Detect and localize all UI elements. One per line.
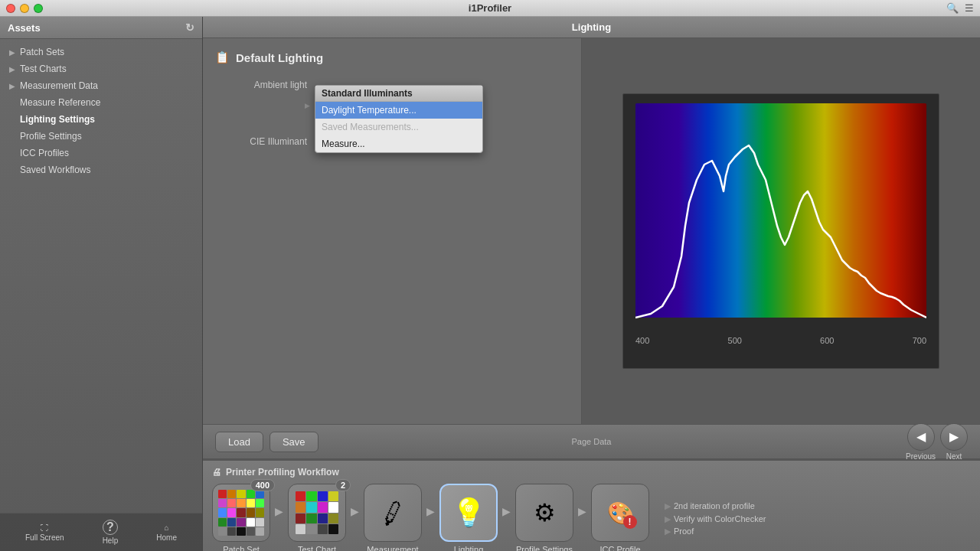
patch-grid — [218, 490, 264, 536]
x-label-600: 600 — [820, 336, 834, 345]
workflow-step-profile-settings[interactable]: ⚙ Profile Settings — [515, 484, 573, 551]
load-button[interactable]: Load — [215, 432, 263, 452]
spectrum-svg — [635, 103, 926, 333]
spectrum-chart: 400 500 600 700 — [635, 103, 926, 345]
sidebar-item-label: Measurement Data — [20, 80, 98, 91]
sidebar-item-lighting-settings[interactable]: ▶ Lighting Settings — [0, 111, 202, 128]
workflow-step-lighting[interactable]: 💡 Lighting — [439, 484, 498, 551]
workflow-step-measurement[interactable]: 🖊 Measurement — [364, 484, 422, 551]
workflow-step-patch-set[interactable]: 400 — [212, 484, 270, 551]
nav-arrows: ◀ Previous ▶ Next — [906, 423, 968, 461]
sidebar-nav: ▶ Patch Sets ▶ Test Charts ▶ Measurement… — [0, 39, 202, 513]
workflow-note-3: ▶ Proof — [665, 525, 766, 538]
next-wrap: ▶ Next — [940, 423, 968, 461]
sidebar-header: Assets ↻ — [0, 17, 202, 39]
workflow-arrow-4: ▶ — [502, 505, 511, 533]
window-controls — [0, 4, 43, 13]
help-icon: ? — [103, 520, 118, 535]
test-chart-icon-wrap — [288, 484, 346, 542]
sidebar-item-label: ICC Profiles — [20, 148, 69, 158]
workflow-note-2: ▶ Verify with ColorChecker — [665, 513, 766, 526]
dropdown-item-measure[interactable]: Measure... — [315, 135, 482, 152]
right-panel: 400 500 600 700 — [582, 38, 980, 424]
workflow-notes: ▶ 2nd iteration of profile ▶ Verify with… — [665, 500, 766, 538]
content-header: Lighting — [203, 17, 980, 38]
workflow-note-1: ▶ 2nd iteration of profile — [665, 500, 766, 513]
minimize-button[interactable] — [20, 4, 29, 13]
sidebar-bottom-help[interactable]: ? Help — [103, 520, 119, 545]
sidebar-title: Assets — [8, 22, 41, 34]
close-button[interactable] — [6, 4, 15, 13]
content-area: Lighting 📋 Default Lighting Ambient ligh… — [203, 17, 980, 551]
panel-title-text: Default Lighting — [236, 51, 323, 64]
test-chart-badge: 2 — [335, 479, 351, 491]
svg-rect-1 — [635, 103, 926, 318]
sidebar-bottom-home[interactable]: ⌂ Home — [156, 523, 177, 542]
x-label-400: 400 — [635, 336, 649, 345]
save-button[interactable]: Save — [270, 432, 318, 452]
dropdown-chevron-icon: ▶ — [305, 102, 310, 109]
content-title: Lighting — [572, 21, 611, 33]
sidebar-bottom: ⛶ Full Screen ? Help ⌂ Home — [0, 513, 202, 551]
previous-wrap: ◀ Previous — [906, 423, 936, 461]
sidebar-item-patch-sets[interactable]: ▶ Patch Sets — [0, 44, 202, 60]
sidebar-item-test-charts[interactable]: ▶ Test Charts — [0, 60, 202, 77]
refresh-icon[interactable]: ↻ — [185, 21, 194, 34]
main-content: 📋 Default Lighting Ambient light Standar… — [203, 38, 980, 424]
note-arrow-icon: ▶ — [665, 500, 671, 513]
cie-illuminant-label: CIE Illuminant — [215, 136, 307, 147]
workflow-note-text-1: 2nd iteration of profile — [674, 500, 755, 513]
dropdown-item-daylight[interactable]: Daylight Temperature... — [315, 102, 482, 119]
workflow-items: 400 — [212, 484, 971, 551]
window-title: i1Profiler — [469, 2, 511, 14]
dropdown-open[interactable]: Standard Illuminants Daylight Temperatur… — [315, 85, 483, 153]
sidebar-bottom-fullscreen[interactable]: ⛶ Full Screen — [25, 523, 64, 542]
spectrum-x-labels: 400 500 600 700 — [635, 336, 926, 345]
workflow-title: Printer Profiling Workflow — [226, 467, 339, 478]
workflow-header: 🖨 Printer Profiling Workflow — [212, 467, 971, 478]
workflow-strip: 🖨 Printer Profiling Workflow 400 — [203, 459, 980, 551]
arrow-icon: ▶ — [9, 65, 15, 73]
workflow-note-text-2: Verify with ColorChecker — [674, 513, 766, 526]
titlebar-actions: 🔍 ☰ — [946, 2, 980, 14]
fullscreen-icon: ⛶ — [41, 523, 48, 532]
maximize-button[interactable] — [34, 4, 43, 13]
patch-set-label: Patch Set — [223, 545, 260, 551]
measurement-device-icon: 🖊 — [377, 495, 410, 530]
test-chart-label: Test Chart — [298, 545, 336, 551]
note-arrow-icon-2: ▶ — [665, 513, 671, 526]
sidebar-item-label: Patch Sets — [20, 47, 64, 57]
arrow-icon: ▶ — [9, 82, 15, 90]
previous-button[interactable]: ◀ — [907, 423, 935, 451]
workflow-icon: 🖨 — [212, 467, 221, 478]
sidebar-item-label: Measure Reference — [20, 97, 100, 108]
lighting-icon-wrap: 💡 — [439, 484, 498, 542]
workflow-arrow-2: ▶ — [351, 505, 359, 533]
icc-profile-icon-wrap: 🎨 ! — [591, 484, 649, 542]
sidebar: Assets ↻ ▶ Patch Sets ▶ Test Charts ▶ Me… — [0, 17, 203, 551]
dropdown-header: Standard Illuminants — [315, 86, 482, 102]
home-icon: ⌂ — [165, 523, 169, 532]
profile-settings-icon-wrap: ⚙ — [515, 484, 573, 542]
workflow-step-test-chart[interactable]: 2 — [288, 484, 346, 551]
sidebar-item-icc-profiles[interactable]: ▶ ICC Profiles — [0, 145, 202, 161]
icc-error-badge: ! — [623, 515, 637, 529]
menu-icon[interactable]: ☰ — [965, 2, 974, 14]
dropdown-item-saved[interactable]: Saved Measurements... — [315, 119, 482, 135]
measurement-label: Measurement — [367, 545, 418, 551]
left-panel: 📋 Default Lighting Ambient light Standar… — [203, 38, 582, 424]
patch-set-icon-wrap — [212, 484, 270, 542]
workflow-step-icc-profile[interactable]: 🎨 ! ICC Profile — [591, 484, 649, 551]
workflow-arrow-5: ▶ — [578, 505, 586, 533]
x-label-700: 700 — [913, 336, 926, 345]
sidebar-item-measurement-data[interactable]: ▶ Measurement Data — [0, 77, 202, 94]
search-icon[interactable]: 🔍 — [946, 2, 959, 14]
sidebar-item-profile-settings[interactable]: ▶ Profile Settings — [0, 128, 202, 145]
lighting-label: Lighting — [454, 545, 484, 551]
sidebar-item-measure-reference[interactable]: ▶ Measure Reference — [0, 94, 202, 111]
sidebar-item-saved-workflows[interactable]: ▶ Saved Workflows — [0, 161, 202, 178]
next-button[interactable]: ▶ — [940, 423, 968, 451]
next-label: Next — [946, 452, 962, 461]
fullscreen-label: Full Screen — [25, 533, 64, 542]
workflow-arrow-3: ▶ — [426, 505, 435, 533]
